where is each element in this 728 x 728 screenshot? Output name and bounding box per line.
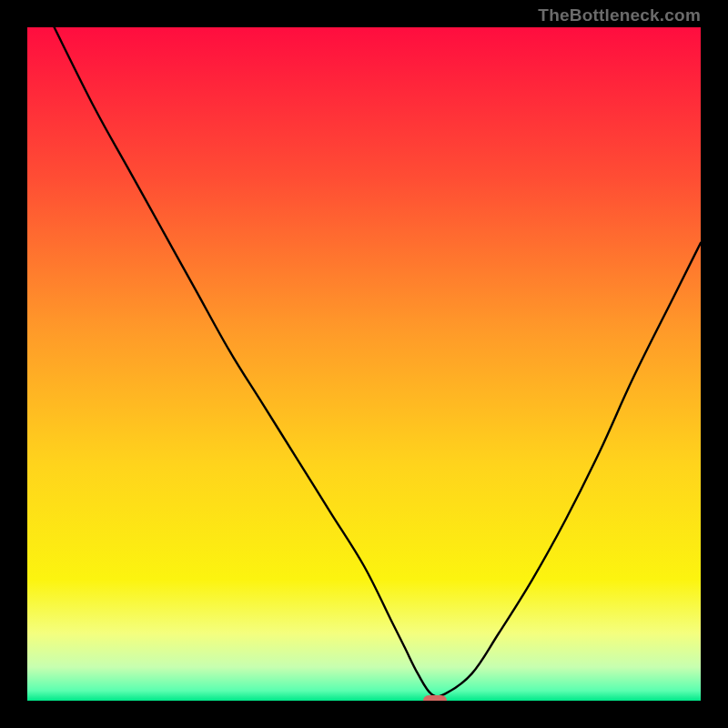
minimum-marker	[423, 695, 447, 701]
bottleneck-curve	[27, 27, 701, 701]
attribution-label: TheBottleneck.com	[538, 5, 701, 25]
plot-area	[27, 27, 701, 701]
chart-frame: TheBottleneck.com	[0, 0, 728, 728]
